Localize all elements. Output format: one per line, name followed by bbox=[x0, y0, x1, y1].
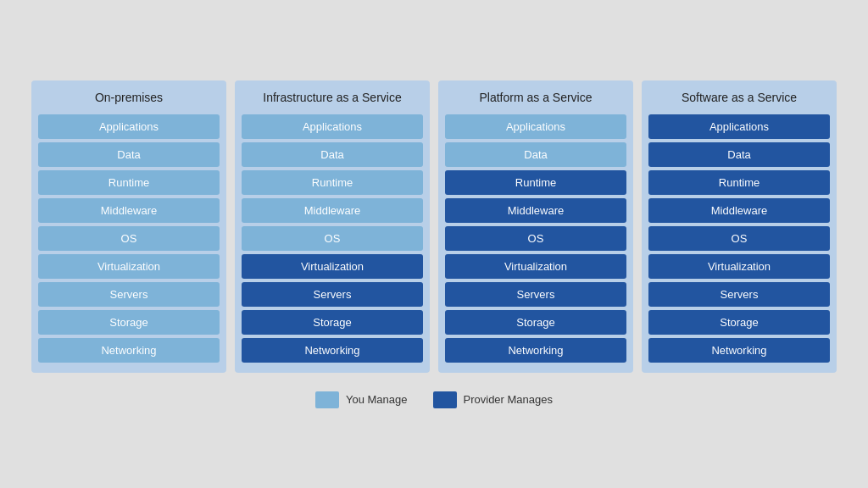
item-runtime: Runtime bbox=[38, 170, 220, 195]
item-data: Data bbox=[242, 142, 423, 167]
item-storage: Storage bbox=[38, 310, 220, 335]
legend-you-box bbox=[315, 391, 339, 408]
item-servers: Servers bbox=[38, 282, 220, 307]
item-data: Data bbox=[38, 142, 220, 167]
item-storage: Storage bbox=[445, 310, 626, 335]
column-title-iaas: Infrastructure as a Service bbox=[242, 89, 423, 108]
item-storage: Storage bbox=[242, 310, 423, 335]
item-middleware: Middleware bbox=[648, 198, 830, 223]
item-os: OS bbox=[242, 226, 423, 251]
item-data: Data bbox=[445, 142, 626, 167]
column-iaas: Infrastructure as a ServiceApplicationsD… bbox=[235, 80, 430, 373]
item-networking: Networking bbox=[648, 338, 830, 363]
item-servers: Servers bbox=[648, 282, 830, 307]
columns-container: On-premisesApplicationsDataRuntimeMiddle… bbox=[17, 80, 851, 373]
item-os: OS bbox=[445, 226, 626, 251]
column-title-on-premises: On-premises bbox=[38, 89, 220, 108]
legend-provider-label: Provider Manages bbox=[464, 393, 554, 406]
item-os: OS bbox=[38, 226, 220, 251]
legend-provider-box bbox=[433, 391, 457, 408]
column-saas: Software as a ServiceApplicationsDataRun… bbox=[642, 80, 837, 373]
column-title-paas: Platform as a Service bbox=[445, 89, 626, 108]
item-servers: Servers bbox=[242, 282, 423, 307]
item-runtime: Runtime bbox=[242, 170, 423, 195]
item-middleware: Middleware bbox=[445, 198, 626, 223]
item-os: OS bbox=[648, 226, 830, 251]
column-paas: Platform as a ServiceApplicationsDataRun… bbox=[438, 80, 633, 373]
item-middleware: Middleware bbox=[38, 198, 220, 223]
item-servers: Servers bbox=[445, 282, 626, 307]
legend-you-label: You Manage bbox=[346, 393, 408, 406]
column-title-saas: Software as a Service bbox=[648, 89, 830, 108]
item-virtualization: Virtualization bbox=[445, 254, 626, 279]
item-applications: Applications bbox=[648, 114, 830, 139]
item-networking: Networking bbox=[445, 338, 626, 363]
legend-you: You Manage bbox=[315, 391, 408, 408]
item-data: Data bbox=[648, 142, 830, 167]
item-virtualization: Virtualization bbox=[242, 254, 423, 279]
item-applications: Applications bbox=[445, 114, 626, 139]
item-storage: Storage bbox=[648, 310, 830, 335]
legend-provider: Provider Manages bbox=[433, 391, 554, 408]
item-networking: Networking bbox=[242, 338, 423, 363]
column-on-premises: On-premisesApplicationsDataRuntimeMiddle… bbox=[31, 80, 226, 373]
item-runtime: Runtime bbox=[445, 170, 626, 195]
item-virtualization: Virtualization bbox=[648, 254, 830, 279]
item-runtime: Runtime bbox=[648, 170, 830, 195]
item-applications: Applications bbox=[38, 114, 220, 139]
item-applications: Applications bbox=[242, 114, 423, 139]
item-networking: Networking bbox=[38, 338, 220, 363]
item-middleware: Middleware bbox=[242, 198, 423, 223]
legend: You Manage Provider Manages bbox=[315, 391, 553, 408]
item-virtualization: Virtualization bbox=[38, 254, 220, 279]
